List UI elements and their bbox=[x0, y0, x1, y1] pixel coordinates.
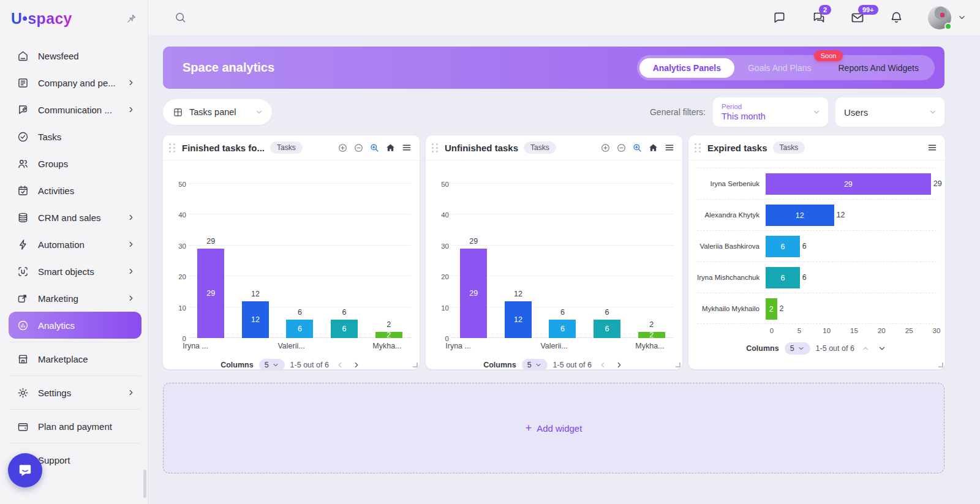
sidebar-item-groups[interactable]: Groups bbox=[9, 150, 141, 177]
search-icon[interactable] bbox=[174, 11, 187, 24]
resize-handle[interactable] bbox=[413, 363, 418, 367]
bar-value-label: 6 bbox=[342, 308, 347, 317]
tab-analytics-panels[interactable]: Analytics Panels bbox=[639, 58, 734, 78]
sidebar-item-company[interactable]: Company and pe... bbox=[9, 69, 141, 96]
y-tick-label: 20 bbox=[441, 273, 449, 280]
sidebar-item-crm[interactable]: CRM and sales bbox=[9, 204, 141, 231]
widget-type-badge: Tasks bbox=[524, 141, 556, 154]
widget-type-badge: Tasks bbox=[773, 141, 805, 154]
sidebar-scrollbar[interactable] bbox=[143, 470, 146, 498]
add-widget-dropzone[interactable]: + Add widget bbox=[163, 383, 944, 473]
widget-title: Finished tasks fo... bbox=[182, 143, 265, 153]
users-filter-label: Users bbox=[844, 107, 929, 118]
menu-icon[interactable] bbox=[401, 142, 412, 153]
notifications-bell-icon[interactable] bbox=[889, 10, 903, 24]
drag-handle[interactable] bbox=[432, 143, 439, 152]
settings-icon bbox=[16, 386, 29, 399]
bar-column: 2929 bbox=[189, 168, 233, 338]
bar[interactable]: 12 bbox=[505, 301, 532, 338]
page-size-select[interactable]: 5 bbox=[522, 359, 548, 369]
mail-icon[interactable]: 99+ bbox=[850, 10, 865, 25]
bar[interactable]: 12 bbox=[766, 205, 834, 226]
selection-zoom-icon[interactable] bbox=[632, 143, 643, 153]
sidebar-item-marketing[interactable]: Marketing bbox=[9, 285, 141, 312]
user-menu[interactable] bbox=[928, 6, 967, 29]
chevron-down-icon[interactable] bbox=[957, 13, 967, 22]
bar[interactable]: 29 bbox=[460, 249, 487, 338]
bar-column: 22 bbox=[366, 168, 411, 338]
bar-row: Iryna Mishchanchuk66 bbox=[697, 261, 937, 293]
chevron-down-icon bbox=[255, 108, 263, 116]
bar[interactable]: 6 bbox=[766, 267, 800, 288]
crm-icon bbox=[16, 211, 29, 224]
zoom-out-icon[interactable] bbox=[353, 143, 364, 153]
chevron-right-icon bbox=[127, 240, 135, 249]
reset-home-icon[interactable] bbox=[385, 143, 396, 153]
sidebar-item-label: Settings bbox=[38, 388, 127, 398]
sidebar-item-activities[interactable]: Activities bbox=[9, 177, 141, 204]
page-size-select[interactable]: 5 bbox=[785, 342, 810, 355]
tab-reports-and-widgets[interactable]: Reports And Widgets bbox=[824, 58, 932, 78]
pagination-range: 1-5 out of 6 bbox=[553, 361, 592, 369]
support-chat-bubble[interactable] bbox=[8, 453, 42, 487]
comment-icon[interactable] bbox=[772, 10, 786, 24]
avatar[interactable] bbox=[928, 6, 951, 29]
reset-home-icon[interactable] bbox=[648, 143, 658, 153]
sidebar-item-newsfeed[interactable]: Newsfeed bbox=[9, 42, 141, 69]
bar[interactable]: 29 bbox=[766, 173, 931, 195]
bar[interactable]: 2 bbox=[375, 332, 402, 338]
page-next-button[interactable] bbox=[876, 344, 888, 353]
tab-goals-and-plans[interactable]: Goals And Plans Soon bbox=[734, 58, 825, 78]
bar-value-label: 29 bbox=[469, 237, 478, 246]
drag-handle[interactable] bbox=[169, 143, 176, 152]
bar[interactable]: 6 bbox=[549, 320, 576, 338]
page-size-select[interactable]: 5 bbox=[259, 359, 285, 369]
uspacy-logo[interactable]: U•spacy bbox=[11, 10, 72, 28]
sidebar-item-analytics[interactable]: Analytics bbox=[9, 312, 141, 339]
sidebar-item-smart-objects[interactable]: Smart objects bbox=[9, 258, 141, 285]
bar[interactable]: 2 bbox=[766, 298, 777, 320]
sidebar-item-settings[interactable]: Settings bbox=[9, 379, 141, 406]
y-tick-label: 50 bbox=[441, 181, 449, 188]
chats-icon[interactable]: 2 bbox=[811, 10, 826, 25]
bar[interactable]: 6 bbox=[594, 320, 620, 338]
bar[interactable]: 2 bbox=[638, 332, 665, 338]
sidebar-item-automation[interactable]: Automation bbox=[9, 231, 141, 258]
drag-handle[interactable] bbox=[695, 143, 701, 152]
resize-handle[interactable] bbox=[676, 363, 680, 367]
zoom-in-icon[interactable] bbox=[337, 143, 348, 153]
sidebar-item-marketplace[interactable]: Marketplace bbox=[9, 345, 141, 372]
menu-icon[interactable] bbox=[664, 142, 675, 153]
page-next-button[interactable] bbox=[614, 361, 625, 369]
y-tick-label: 0 bbox=[183, 335, 186, 342]
period-filter-dropdown[interactable]: Period This month bbox=[713, 97, 828, 127]
bar-value-label: 6 bbox=[298, 308, 302, 317]
page-prev-button[interactable] bbox=[334, 361, 345, 369]
pin-sidebar-icon[interactable] bbox=[124, 12, 138, 26]
sidebar-item-communication[interactable]: Communication ... bbox=[9, 96, 141, 123]
zoom-in-icon[interactable] bbox=[600, 143, 611, 153]
add-widget-button[interactable]: + Add widget bbox=[526, 423, 582, 434]
chevron-right-icon bbox=[127, 267, 135, 276]
bar[interactable]: 29 bbox=[197, 249, 224, 338]
chats-badge: 2 bbox=[819, 5, 831, 15]
bar[interactable]: 12 bbox=[242, 301, 269, 338]
x-tick-label: 15 bbox=[850, 327, 858, 334]
zoom-out-icon[interactable] bbox=[616, 143, 627, 153]
selection-zoom-icon[interactable] bbox=[369, 143, 380, 153]
sidebar-item-plan-payment[interactable]: Plan and payment bbox=[9, 413, 141, 440]
page-prev-button[interactable] bbox=[860, 344, 871, 353]
bar-inner-label: 29 bbox=[844, 180, 853, 189]
bar[interactable]: 6 bbox=[766, 236, 800, 257]
resize-handle[interactable] bbox=[938, 363, 943, 367]
users-filter-dropdown[interactable]: Users bbox=[835, 97, 944, 127]
bar[interactable]: 6 bbox=[331, 320, 358, 338]
sidebar-item-tasks[interactable]: Tasks bbox=[9, 123, 141, 150]
panel-selector-dropdown[interactable]: Tasks panel bbox=[163, 99, 272, 125]
bar[interactable]: 6 bbox=[286, 320, 313, 338]
menu-icon[interactable] bbox=[927, 142, 938, 153]
page-next-button[interactable] bbox=[351, 361, 362, 369]
bar-inner-label: 6 bbox=[560, 325, 565, 333]
page-prev-button[interactable] bbox=[597, 361, 608, 369]
x-tick-label: Valerii... bbox=[530, 342, 578, 350]
